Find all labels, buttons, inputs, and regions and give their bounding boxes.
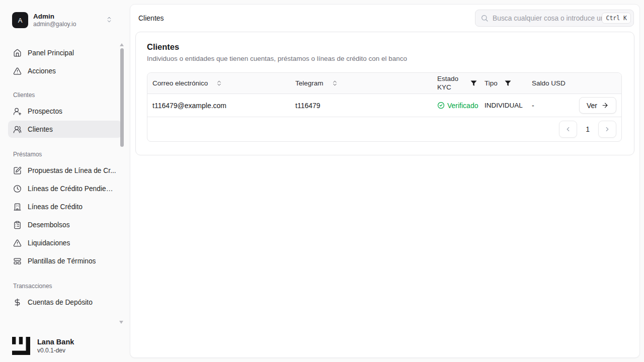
sidebar-item-propuestas-linea-credito[interactable]: Propuestas de Línea de Cr...	[8, 162, 122, 179]
clipboard-list-icon	[13, 221, 22, 229]
sidebar-item-clientes[interactable]: Clientes	[8, 121, 122, 138]
search-icon	[480, 14, 489, 22]
avatar: A	[12, 12, 28, 28]
column-label: Saldo USD	[532, 79, 566, 87]
user-name: Admin	[33, 13, 76, 21]
column-header-estado-kyc[interactable]: Estado KYC	[432, 75, 479, 92]
dollar-icon	[13, 298, 22, 307]
sidebar-item-label: Prospectos	[28, 108, 62, 115]
user-menu[interactable]: A Admin admin@galoy.io	[12, 12, 122, 28]
sort-icon[interactable]	[332, 80, 338, 86]
sidebar: A Admin admin@galoy.io Panel Principal A…	[0, 0, 130, 362]
sidebar-nav: Panel Principal Acciones Clientes Prospe…	[0, 44, 130, 311]
filter-icon[interactable]	[505, 80, 511, 86]
page-title: Clientes	[147, 42, 622, 52]
file-pen-icon	[13, 166, 22, 175]
table-row[interactable]: t116479@example.com t116479 Verificado I…	[147, 94, 621, 117]
cell-action: Ver	[575, 97, 621, 114]
sidebar-footer: Lana Bank v0.0.1-dev	[12, 337, 74, 355]
sidebar-item-label: Cuentas de Depósito	[28, 299, 93, 306]
main-panel: Clientes Ctrl K Clientes Individuos o en…	[130, 4, 640, 358]
chevrons-up-down-icon[interactable]	[106, 16, 113, 23]
cell-balance: -	[527, 102, 575, 110]
circle-check-icon	[437, 102, 445, 109]
cell-kyc-status: Verificado	[432, 102, 479, 110]
section-label-clientes: Clientes	[13, 92, 122, 99]
sidebar-item-label: Líneas de Crédito Pendient...	[28, 185, 117, 193]
previous-page-button[interactable]	[559, 121, 577, 138]
sidebar-scrollbar[interactable]	[120, 43, 124, 147]
sidebar-item-desembolsos[interactable]: Desembolsos	[8, 216, 122, 233]
user-email: admin@galoy.io	[33, 21, 76, 28]
status-badge: Verificado	[437, 102, 478, 110]
lana-bank-logo	[12, 337, 30, 355]
column-header-tipo[interactable]: Tipo	[479, 79, 527, 87]
sidebar-item-label: Acciones	[28, 67, 56, 75]
page-subtitle: Individuos o entidades que tienen cuenta…	[147, 55, 622, 62]
column-label: Tipo	[485, 79, 498, 87]
sidebar-item-acciones[interactable]: Acciones	[8, 62, 122, 79]
arrow-right-icon	[601, 102, 609, 109]
keyboard-shortcut-badge: Ctrl K	[602, 13, 631, 24]
brand-name: Lana Bank	[37, 337, 74, 346]
clock-icon	[13, 185, 22, 193]
sidebar-item-label: Plantillas de Términos	[28, 257, 96, 265]
next-page-button[interactable]	[598, 121, 616, 138]
clientes-table: Correo electrónico Telegram Estado KYC	[147, 72, 622, 142]
sidebar-item-plantillas-terminos[interactable]: Plantillas de Términos	[8, 252, 122, 269]
cell-telegram: t116479	[290, 102, 432, 110]
sidebar-item-liquidaciones[interactable]: Liquidaciones	[8, 234, 122, 251]
scrollbar-down-arrow-icon[interactable]	[119, 321, 123, 324]
section-label-prestamos: Préstamos	[13, 151, 122, 158]
user-plus-icon	[13, 107, 22, 116]
chevron-left-icon	[565, 126, 572, 133]
cell-email: t116479@example.com	[147, 102, 290, 110]
column-header-saldo-usd: Saldo USD	[527, 79, 575, 87]
breadcrumb: Clientes	[138, 14, 164, 22]
sidebar-item-panel-principal[interactable]: Panel Principal	[8, 44, 122, 61]
filter-icon[interactable]	[470, 80, 477, 86]
column-label: Telegram	[295, 79, 324, 87]
clientes-card: Clientes Individuos o entidades que tien…	[135, 32, 634, 155]
sidebar-item-label: Líneas de Crédito	[28, 203, 83, 211]
cell-type: INDIVIDUAL	[479, 102, 527, 109]
triangle-alert-icon	[13, 239, 22, 247]
bank-icon	[13, 203, 22, 211]
column-label: Estado KYC	[437, 75, 463, 92]
panel-header: Clientes Ctrl K	[130, 5, 639, 32]
panels-icon	[13, 257, 22, 265]
column-label: Correo electrónico	[152, 79, 208, 87]
sidebar-item-label: Liquidaciones	[28, 239, 70, 247]
brand-version: v0.0.1-dev	[37, 347, 74, 354]
sidebar-item-label: Propuestas de Línea de Cr...	[28, 167, 116, 174]
ver-button[interactable]: Ver	[579, 97, 616, 114]
triangle-alert-icon	[13, 67, 22, 75]
column-header-telegram[interactable]: Telegram	[290, 79, 432, 87]
chevron-right-icon	[604, 126, 611, 133]
users-icon	[13, 125, 22, 134]
sidebar-item-lineas-credito[interactable]: Líneas de Crédito	[8, 198, 122, 215]
sort-icon[interactable]	[216, 80, 222, 86]
home-icon	[13, 49, 22, 57]
sidebar-item-label: Desembolsos	[28, 221, 70, 229]
sidebar-item-lineas-credito-pendientes[interactable]: Líneas de Crédito Pendient...	[8, 180, 122, 197]
section-label-transacciones: Transacciones	[13, 283, 122, 290]
scrollbar-up-arrow-icon[interactable]	[120, 43, 124, 46]
sidebar-item-prospectos[interactable]: Prospectos	[8, 103, 122, 120]
table-pagination: 1	[147, 117, 621, 141]
column-header-correo[interactable]: Correo electrónico	[147, 79, 290, 87]
sidebar-item-cuentas-deposito[interactable]: Cuentas de Depósito	[8, 294, 122, 311]
table-header-row: Correo electrónico Telegram Estado KYC	[147, 73, 621, 94]
sidebar-item-label: Clientes	[28, 126, 53, 133]
search-box[interactable]: Ctrl K	[475, 10, 634, 27]
sidebar-item-label: Panel Principal	[28, 49, 74, 57]
scrollbar-thumb[interactable]	[120, 48, 124, 147]
current-page-number: 1	[586, 125, 590, 133]
